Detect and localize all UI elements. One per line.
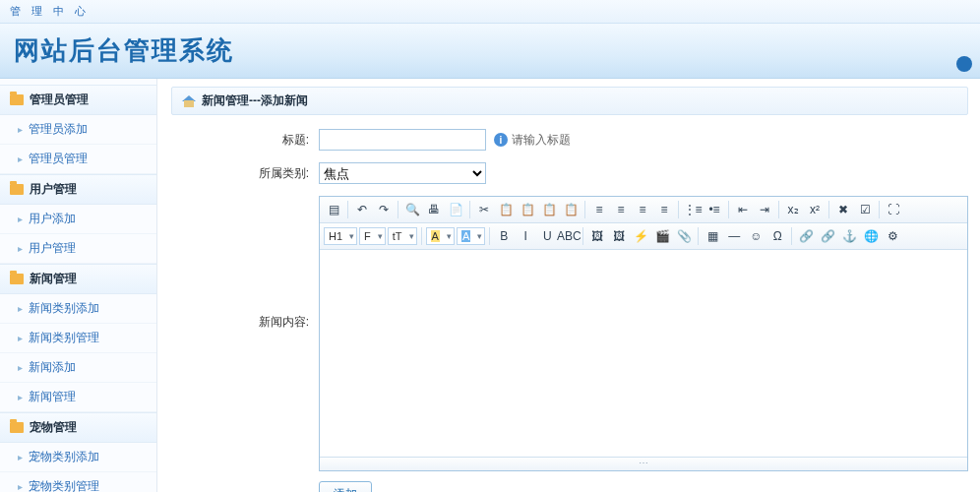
outdent-icon: ⇤ xyxy=(738,203,748,216)
editor-cut-button[interactable]: ✂ xyxy=(474,200,494,219)
size-icon: tT xyxy=(393,230,402,242)
toolbar-separator xyxy=(582,227,583,245)
editor-select-all-button[interactable]: ☑ xyxy=(855,200,875,219)
clear-format-icon: ✖ xyxy=(838,203,848,216)
rich-text-editor: ▤↶↷🔍🖶📄✂📋📋📋📋≡≡≡≡⋮≡•≡⇤⇥x₂x²✖☑⛶ H1FtTAABIUA… xyxy=(319,196,968,471)
print-icon: 🖶 xyxy=(428,203,440,216)
editor-multi-image-button[interactable]: 🖼 xyxy=(609,226,629,246)
category-select[interactable]: 焦点 xyxy=(319,162,486,184)
editor-copy-button[interactable]: 📋 xyxy=(496,200,516,219)
sidebar-group-label: 管理员管理 xyxy=(30,92,89,108)
editor-paste-text-button[interactable]: 📋 xyxy=(539,200,559,219)
editor-fullscreen-button[interactable]: ⛶ xyxy=(884,200,903,219)
sidebar-item[interactable]: ▸用户管理 xyxy=(0,234,156,264)
editor-media-button[interactable]: 🎬 xyxy=(652,226,672,246)
editor-align-left-button[interactable]: ≡ xyxy=(589,200,609,219)
editor-hr-button[interactable]: — xyxy=(724,226,744,246)
folder-icon xyxy=(10,94,24,105)
sidebar-group[interactable]: 宠物管理 xyxy=(0,412,156,443)
editor-outdent-button[interactable]: ⇤ xyxy=(733,200,753,219)
sidebar-item[interactable]: ▸用户添加 xyxy=(0,205,156,234)
media-icon: 🎬 xyxy=(655,229,670,243)
editor-special-button[interactable]: Ω xyxy=(767,226,787,246)
toolbar-separator xyxy=(421,227,422,245)
editor-superscript-button[interactable]: x² xyxy=(805,200,825,219)
toolbar-separator xyxy=(398,201,398,218)
editor-flash-button[interactable]: ⚡ xyxy=(631,226,650,246)
editor-bold-button[interactable]: B xyxy=(494,226,514,246)
code-icon: ⚙ xyxy=(888,229,898,243)
editor-size-select[interactable]: tT xyxy=(388,227,417,245)
editor-strike-button[interactable]: ABC xyxy=(559,226,579,246)
sidebar-item[interactable]: ▸新闻类别添加 xyxy=(0,294,156,324)
help-icon[interactable] xyxy=(956,56,972,72)
underline-icon: U xyxy=(543,229,552,243)
editor-underline-button[interactable]: U xyxy=(537,226,557,246)
editor-heading-select[interactable]: H1 xyxy=(324,227,357,245)
sidebar-group[interactable]: 新闻管理 xyxy=(0,264,156,294)
editor-source-button[interactable]: ▤ xyxy=(324,200,343,219)
toolbar-separator xyxy=(728,201,729,218)
editor-forecolor-select[interactable]: A xyxy=(426,227,455,245)
title-input[interactable] xyxy=(319,129,486,151)
editor-image-button[interactable]: 🖼 xyxy=(587,226,607,246)
editor-subscript-button[interactable]: x₂ xyxy=(783,200,803,219)
editor-body[interactable] xyxy=(320,250,967,457)
sidebar-item-label: 宠物类别添加 xyxy=(29,449,99,465)
sidebar-item[interactable]: ▸管理员管理 xyxy=(0,145,156,174)
info-icon: i xyxy=(494,133,508,147)
unlink-icon: 🔗 xyxy=(821,229,835,243)
editor-toolbar-row1: ▤↶↷🔍🖶📄✂📋📋📋📋≡≡≡≡⋮≡•≡⇤⇥x₂x²✖☑⛶ xyxy=(320,197,967,223)
editor-map-button[interactable]: 🌐 xyxy=(861,226,881,246)
preview-icon: 🔍 xyxy=(405,203,420,216)
editor-paste-word-button[interactable]: 📋 xyxy=(561,200,581,219)
editor-align-justify-button[interactable]: ≡ xyxy=(654,200,674,219)
editor-anchor-button[interactable]: ⚓ xyxy=(839,226,859,246)
editor-indent-button[interactable]: ⇥ xyxy=(755,200,774,219)
arrow-icon: ▸ xyxy=(18,452,23,462)
link-icon: 🔗 xyxy=(799,229,814,243)
editor-italic-button[interactable]: I xyxy=(516,226,535,246)
editor-link-button[interactable]: 🔗 xyxy=(796,226,816,246)
editor-backcolor-select[interactable]: A xyxy=(457,227,485,245)
sidebar-item[interactable]: ▸宠物类别管理 xyxy=(0,472,156,492)
sidebar-group[interactable]: 用户管理 xyxy=(0,174,156,205)
editor-template-button[interactable]: 📄 xyxy=(446,200,465,219)
page-title: 网站后台管理系统 xyxy=(14,33,966,68)
editor-clear-format-button[interactable]: ✖ xyxy=(833,200,853,219)
sidebar-group[interactable]: 管理员管理 xyxy=(0,85,156,115)
editor-list-ol-button[interactable]: ⋮≡ xyxy=(683,200,703,219)
multi-image-icon: 🖼 xyxy=(613,229,625,243)
editor-unlink-button[interactable]: 🔗 xyxy=(818,226,837,246)
breadcrumb: 新闻管理---添加新闻 xyxy=(171,87,968,115)
editor-redo-button[interactable]: ↷ xyxy=(374,200,394,219)
editor-code-button[interactable]: ⚙ xyxy=(883,226,902,246)
forecolor-icon: A xyxy=(431,230,440,242)
editor-paste-button[interactable]: 📋 xyxy=(518,200,537,219)
paste-icon: 📋 xyxy=(521,203,535,216)
bold-icon: B xyxy=(500,229,508,243)
sidebar-item-label: 新闻类别添加 xyxy=(29,300,99,317)
content-label: 新闻内容: xyxy=(171,196,319,471)
editor-align-center-button[interactable]: ≡ xyxy=(611,200,631,219)
editor-emoticon-button[interactable]: ☺ xyxy=(746,226,766,246)
paste-word-icon: 📋 xyxy=(564,203,579,216)
editor-align-right-button[interactable]: ≡ xyxy=(633,200,652,219)
sidebar-item[interactable]: ▸新闻类别管理 xyxy=(0,324,156,353)
editor-preview-button[interactable]: 🔍 xyxy=(402,200,422,219)
sidebar-item[interactable]: ▸宠物类别添加 xyxy=(0,443,156,472)
paste-text-icon: 📋 xyxy=(542,203,557,216)
editor-list-ul-button[interactable]: •≡ xyxy=(704,200,724,219)
editor-table-button[interactable]: ▦ xyxy=(703,226,722,246)
header-top-label: 管 理 中 心 xyxy=(0,0,980,24)
sidebar-item[interactable]: ▸新闻管理 xyxy=(0,383,156,412)
editor-resize-handle[interactable]: ⋯ xyxy=(320,457,967,470)
toolbar-separator xyxy=(828,201,829,218)
sidebar-item[interactable]: ▸管理员添加 xyxy=(0,115,156,145)
editor-undo-button[interactable]: ↶ xyxy=(352,200,372,219)
editor-file-button[interactable]: 📎 xyxy=(674,226,694,246)
editor-print-button[interactable]: 🖶 xyxy=(424,200,444,219)
editor-font-select[interactable]: F xyxy=(359,227,386,245)
submit-button[interactable]: 添加 xyxy=(319,481,372,492)
sidebar-item[interactable]: ▸新闻添加 xyxy=(0,353,156,383)
